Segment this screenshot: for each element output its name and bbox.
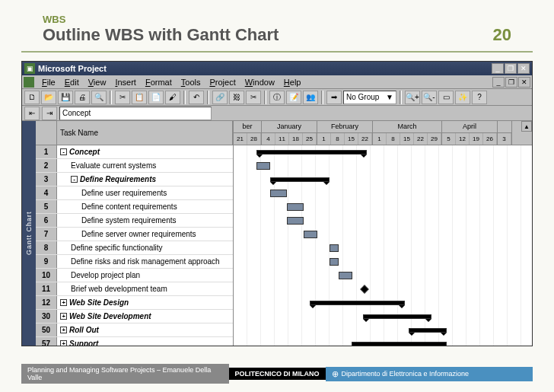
info-icon[interactable]: ⓘ xyxy=(269,91,285,104)
split-icon[interactable]: ✂ xyxy=(246,91,261,104)
gantt-bar[interactable] xyxy=(339,272,352,279)
paste-icon[interactable]: 📄 xyxy=(148,91,164,104)
task-row[interactable]: 57+Support xyxy=(36,337,233,346)
task-row[interactable]: 50+Roll Out xyxy=(36,323,233,337)
menu-tools[interactable]: Tools xyxy=(177,78,205,87)
gantt-bar[interactable] xyxy=(304,231,317,238)
gantt-summary[interactable] xyxy=(310,301,405,305)
gantt-summary[interactable] xyxy=(363,314,431,319)
task-name-cell[interactable]: Evaluate current systems xyxy=(57,161,233,170)
task-row[interactable]: 6Define system requirements xyxy=(36,214,233,228)
gantt-bar[interactable] xyxy=(330,258,339,266)
task-name-cell[interactable]: Define content requirements xyxy=(57,202,233,211)
task-row[interactable]: 7Define server owner requirements xyxy=(36,228,233,241)
doc-minimize-button[interactable]: _ xyxy=(492,77,505,88)
task-row[interactable]: 5Define content requirements xyxy=(36,200,233,214)
task-row[interactable]: 30+Web Site Development xyxy=(36,310,233,323)
expand-icon[interactable]: + xyxy=(60,327,67,333)
open-icon[interactable]: 📂 xyxy=(41,91,56,104)
goto-task-icon[interactable]: ▭ xyxy=(438,91,454,104)
menu-help[interactable]: Help xyxy=(279,78,306,87)
task-id-cell[interactable]: 7 xyxy=(36,228,57,241)
collapse-icon[interactable]: - xyxy=(71,176,78,183)
expand-icon[interactable]: + xyxy=(60,313,67,320)
scroll-up-icon[interactable]: ▲ xyxy=(521,121,532,132)
group-select[interactable]: No Group▼ xyxy=(343,91,396,104)
gantt-summary[interactable] xyxy=(256,150,367,155)
menu-project[interactable]: Project xyxy=(205,78,240,87)
task-name-cell[interactable]: Define user requirements xyxy=(57,189,233,197)
task-id-cell[interactable]: 1 xyxy=(36,145,57,158)
gantt-bar[interactable] xyxy=(256,162,270,170)
task-id-cell[interactable]: 12 xyxy=(36,296,57,309)
view-bar[interactable]: Gantt Chart xyxy=(22,121,36,346)
task-row[interactable]: 8Define specific functionality xyxy=(36,241,233,255)
task-row[interactable]: 10Develop project plan xyxy=(36,269,233,282)
doc-maximize-button[interactable]: ❐ xyxy=(505,77,517,88)
task-id-cell[interactable]: 50 xyxy=(36,323,57,336)
task-name-cell[interactable]: Define risks and risk management approac… xyxy=(57,257,233,266)
task-name-cell[interactable]: Brief web development team xyxy=(57,285,233,293)
task-row[interactable]: 1-Concept xyxy=(36,145,233,159)
task-name-cell[interactable]: -Concept xyxy=(57,148,233,156)
task-row[interactable]: 3-Define Requirements xyxy=(36,173,233,186)
task-id-cell[interactable]: 2 xyxy=(36,159,57,172)
task-id-cell[interactable]: 9 xyxy=(36,255,57,268)
task-name-cell[interactable]: +Support xyxy=(57,339,233,346)
taskname-column-header[interactable]: Task Name xyxy=(57,121,233,145)
task-name-cell[interactable]: -Define Requirements xyxy=(57,175,233,183)
task-name-cell[interactable]: Define server owner requirements xyxy=(57,230,233,238)
gantt-bar[interactable] xyxy=(287,203,304,211)
task-row[interactable]: 9Define risks and risk management approa… xyxy=(36,255,233,269)
gantt-bar[interactable] xyxy=(330,244,339,252)
task-id-cell[interactable]: 8 xyxy=(36,241,57,254)
expand-icon[interactable]: + xyxy=(60,340,67,346)
menu-view[interactable]: View xyxy=(84,78,111,87)
gantt-bar[interactable] xyxy=(287,217,304,225)
task-id-cell[interactable]: 30 xyxy=(36,310,57,323)
task-entry-field[interactable]: Concept xyxy=(59,107,212,120)
zoom-out-icon[interactable]: 🔍- xyxy=(422,91,437,104)
menu-edit[interactable]: Edit xyxy=(60,78,84,87)
task-id-cell[interactable]: 57 xyxy=(36,337,57,346)
preview-icon[interactable]: 🔍 xyxy=(91,91,107,104)
menu-format[interactable]: Format xyxy=(141,78,177,87)
assign-icon[interactable]: 👥 xyxy=(303,91,318,104)
task-id-cell[interactable]: 5 xyxy=(36,200,57,213)
gantt-summary[interactable] xyxy=(352,342,447,346)
copy-icon[interactable]: 📋 xyxy=(132,91,147,104)
doc-close-button[interactable]: ✕ xyxy=(518,77,530,88)
task-id-cell[interactable]: 3 xyxy=(36,173,57,186)
menu-window[interactable]: Window xyxy=(240,78,279,87)
gantt-bars-area[interactable] xyxy=(234,145,532,346)
print-icon[interactable]: 🖨 xyxy=(75,91,90,104)
gantt-bar[interactable] xyxy=(270,190,287,197)
menu-insert[interactable]: Insert xyxy=(110,78,141,87)
indent-icon[interactable]: ⇥ xyxy=(42,107,57,120)
zoom-in-icon[interactable]: 🔍+ xyxy=(405,91,420,104)
note-icon[interactable]: 📝 xyxy=(286,91,301,104)
id-column-header[interactable] xyxy=(36,121,57,145)
task-name-cell[interactable]: Develop project plan xyxy=(57,271,233,279)
unlink-icon[interactable]: ⛓ xyxy=(229,91,244,104)
task-id-cell[interactable]: 10 xyxy=(36,269,57,282)
task-id-cell[interactable]: 11 xyxy=(36,282,57,295)
task-name-cell[interactable]: +Web Site Design xyxy=(57,298,233,307)
task-name-cell[interactable]: +Roll Out xyxy=(57,326,233,334)
wizard-icon[interactable]: ✨ xyxy=(455,91,470,104)
help-icon[interactable]: ? xyxy=(472,91,487,104)
menu-file[interactable]: File xyxy=(37,78,60,87)
minimize-button[interactable]: _ xyxy=(492,63,504,74)
task-id-cell[interactable]: 4 xyxy=(36,186,57,199)
task-name-cell[interactable]: +Web Site Development xyxy=(57,312,233,320)
gantt-summary[interactable] xyxy=(409,328,447,333)
collapse-icon[interactable]: - xyxy=(60,148,67,155)
new-icon[interactable]: 🗋 xyxy=(24,91,40,104)
format-painter-icon[interactable]: 🖌 xyxy=(165,91,180,104)
task-name-cell[interactable]: Define system requirements xyxy=(57,216,233,225)
task-name-cell[interactable]: Define specific functionality xyxy=(57,244,233,252)
outdent-icon[interactable]: ⇤ xyxy=(24,107,40,120)
maximize-button[interactable]: ❐ xyxy=(505,63,517,74)
task-row[interactable]: 12+Web Site Design xyxy=(36,296,233,310)
gantt-summary[interactable] xyxy=(270,177,330,182)
